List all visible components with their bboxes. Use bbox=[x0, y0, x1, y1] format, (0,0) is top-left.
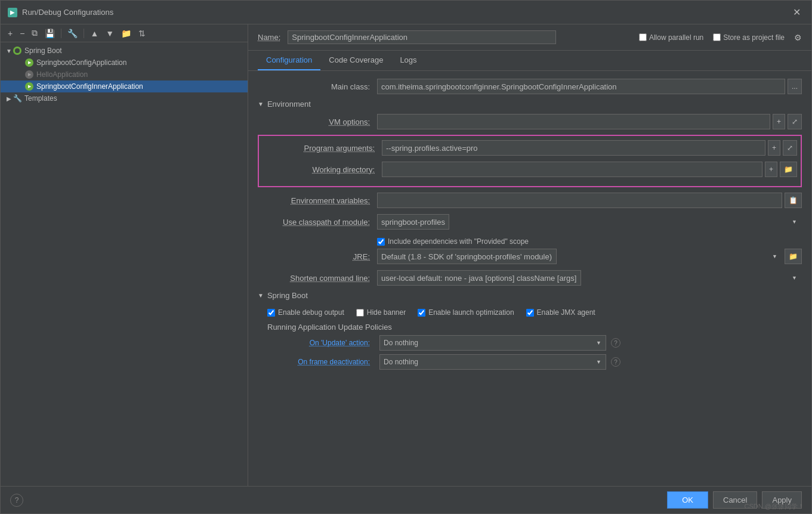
tab-code-coverage[interactable]: Code Coverage bbox=[320, 51, 391, 70]
jre-browse-button[interactable]: 📁 bbox=[785, 249, 802, 264]
allow-parallel-label: Allow parallel run bbox=[649, 33, 703, 42]
program-args-input[interactable] bbox=[382, 140, 765, 156]
update-policies-title: Running Application Update Policies bbox=[267, 323, 802, 332]
remove-config-button[interactable]: − bbox=[17, 27, 27, 39]
working-dir-input[interactable] bbox=[382, 162, 762, 177]
config-tree: ▼ Spring Boot SpringbootConfigApplicatio… bbox=[1, 42, 248, 486]
vm-options-input[interactable] bbox=[377, 114, 770, 129]
springboot-section-header: ▼ Spring Boot bbox=[258, 291, 802, 300]
tree-group-springboot[interactable]: ▼ Spring Boot bbox=[1, 45, 248, 57]
update-policies-section: Running Application Update Policies On '… bbox=[258, 320, 802, 376]
app-icon: ▶ bbox=[8, 8, 17, 17]
include-provided-checkbox[interactable] bbox=[377, 238, 385, 246]
on-update-label: On 'Update' action: bbox=[267, 339, 375, 347]
vm-options-expand-button[interactable]: ⤢ bbox=[788, 114, 802, 129]
dialog-title: Run/Debug Configurations bbox=[22, 8, 113, 17]
expand-arrow-templates: ▶ bbox=[5, 95, 13, 102]
springboot-section-label: Spring Boot bbox=[267, 291, 308, 300]
name-label: Name: bbox=[258, 33, 280, 42]
move-up-button[interactable]: ▲ bbox=[88, 27, 101, 39]
environment-expand-arrow[interactable]: ▼ bbox=[258, 101, 264, 107]
ok-button[interactable]: OK bbox=[667, 491, 708, 509]
enable-launch-label[interactable]: Enable launch optimization bbox=[418, 308, 514, 317]
jre-select[interactable]: Default (1.8 - SDK of 'springboot-profil… bbox=[377, 249, 557, 264]
wrench-icon-templates: 🔧 bbox=[13, 94, 22, 103]
on-frame-row: On frame deactivation: Do nothing ? bbox=[267, 354, 802, 370]
move-down-button[interactable]: ▼ bbox=[103, 27, 116, 39]
program-args-highlight-box: Program arguments: + ⤢ Working directory… bbox=[258, 135, 802, 187]
enable-debug-label[interactable]: Enable debug output bbox=[267, 308, 344, 317]
classpath-select[interactable]: springboot-profiles bbox=[377, 214, 449, 230]
program-args-row: Program arguments: + ⤢ bbox=[263, 140, 797, 156]
on-update-select[interactable]: Do nothing bbox=[379, 335, 606, 351]
working-dir-row: Working directory: + 📁 bbox=[263, 161, 797, 178]
shorten-cmd-select[interactable]: user-local default: none - java [options… bbox=[377, 270, 581, 286]
toolbar-separator-2 bbox=[84, 29, 84, 38]
on-frame-select[interactable]: Do nothing bbox=[379, 354, 606, 370]
enable-launch-checkbox[interactable] bbox=[418, 309, 425, 317]
wrench-button[interactable]: 🔧 bbox=[65, 27, 80, 39]
toolbar: + − ⧉ 💾 🔧 ▲ ▼ 📁 ⇅ bbox=[1, 24, 248, 42]
env-vars-label: Environment variables: bbox=[258, 196, 377, 205]
working-dir-label: Working directory: bbox=[263, 165, 382, 174]
on-update-help-icon[interactable]: ? bbox=[611, 338, 620, 348]
bottom-bar: ? OK Cancel Apply bbox=[1, 486, 811, 513]
store-project-checkbox-label[interactable]: Store as project file bbox=[713, 33, 785, 42]
program-args-expand-button[interactable]: ⤢ bbox=[783, 140, 797, 156]
watermark: CSDN @张张同学！ bbox=[745, 502, 804, 511]
hide-banner-text: Hide banner bbox=[367, 308, 406, 317]
env-vars-input[interactable] bbox=[377, 193, 782, 208]
store-project-checkbox[interactable] bbox=[713, 33, 721, 41]
settings-gear-button[interactable]: ⚙ bbox=[794, 33, 802, 42]
working-dir-browse-button[interactable]: 📁 bbox=[780, 162, 797, 177]
include-provided-row: Include dependencies with "Provided" sco… bbox=[258, 235, 802, 248]
save-config-button[interactable]: 💾 bbox=[42, 27, 57, 39]
toolbar-separator-1 bbox=[61, 29, 61, 38]
include-provided-label: Include dependencies with "Provided" sco… bbox=[388, 237, 529, 246]
name-row: Name: Allow parallel run Store as projec… bbox=[248, 24, 811, 51]
env-vars-browse-button[interactable]: 📋 bbox=[785, 193, 802, 208]
tab-logs[interactable]: Logs bbox=[391, 51, 425, 70]
enable-jmx-checkbox[interactable] bbox=[526, 309, 534, 317]
tree-item-springbootconfig[interactable]: SpringbootConfigApplication bbox=[1, 57, 248, 69]
enable-debug-text: Enable debug output bbox=[278, 308, 344, 317]
tree-item-inner[interactable]: SpringbootConfigInnerApplication bbox=[1, 80, 248, 92]
sort-button[interactable]: ⇅ bbox=[136, 27, 148, 39]
vm-options-add-button[interactable]: + bbox=[773, 114, 785, 129]
springboot-group-label: Spring Boot bbox=[24, 47, 62, 55]
close-button[interactable]: ✕ bbox=[789, 5, 804, 19]
add-config-button[interactable]: + bbox=[5, 27, 15, 39]
folder-button[interactable]: 📁 bbox=[119, 27, 134, 39]
copy-config-button[interactable]: ⧉ bbox=[29, 27, 40, 39]
include-provided-checkbox-label[interactable]: Include dependencies with "Provided" sco… bbox=[377, 237, 529, 246]
allow-parallel-checkbox-label[interactable]: Allow parallel run bbox=[639, 33, 703, 42]
on-frame-help-icon[interactable]: ? bbox=[611, 357, 620, 367]
help-button[interactable]: ? bbox=[10, 494, 23, 507]
springboot-expand-arrow[interactable]: ▼ bbox=[258, 292, 264, 299]
vm-options-row: VM options: + ⤢ bbox=[258, 113, 802, 130]
springboot-group-icon bbox=[13, 46, 22, 55]
tab-configuration[interactable]: Configuration bbox=[258, 51, 320, 70]
enable-jmx-label[interactable]: Enable JMX agent bbox=[526, 308, 595, 317]
tree-item-templates[interactable]: ▶ 🔧 Templates bbox=[1, 92, 248, 104]
program-args-label: Program arguments: bbox=[263, 144, 382, 153]
hide-banner-checkbox[interactable] bbox=[356, 309, 364, 317]
main-class-input[interactable] bbox=[377, 79, 785, 94]
tree-label-3: SpringbootConfigInnerApplication bbox=[36, 82, 143, 91]
enable-debug-checkbox[interactable] bbox=[267, 309, 275, 317]
main-class-browse-button[interactable]: ... bbox=[788, 79, 802, 94]
env-vars-row: Environment variables: 📋 bbox=[258, 192, 802, 209]
main-class-row: Main class: ... bbox=[258, 78, 802, 95]
enable-launch-text: Enable launch optimization bbox=[428, 308, 514, 317]
config-body: Main class: ... ▼ Environment VM options… bbox=[248, 71, 811, 486]
classpath-row: Use classpath of module: springboot-prof… bbox=[258, 213, 802, 230]
allow-parallel-checkbox[interactable] bbox=[639, 33, 647, 41]
name-input[interactable] bbox=[288, 30, 556, 44]
working-dir-add-button[interactable]: + bbox=[765, 162, 777, 177]
hide-banner-label[interactable]: Hide banner bbox=[356, 308, 406, 317]
content-area: + − ⧉ 💾 🔧 ▲ ▼ 📁 ⇅ ▼ bbox=[1, 24, 811, 486]
program-args-add-button[interactable]: + bbox=[768, 140, 780, 156]
store-project-label: Store as project file bbox=[723, 33, 785, 42]
tree-label-1: SpringbootConfigApplication bbox=[36, 58, 126, 67]
tree-item-hello[interactable]: HelloApplication bbox=[1, 69, 248, 80]
